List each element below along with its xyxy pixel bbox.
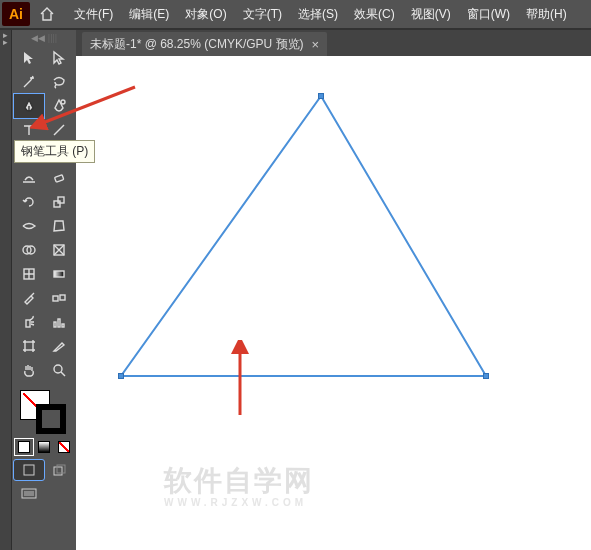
menu-file[interactable]: 文件(F) [66,0,121,28]
width-tool[interactable] [14,214,44,238]
dock-strip[interactable]: ▸▸ [0,30,12,550]
app-logo: Ai [2,2,30,26]
selection-tool[interactable] [14,46,44,70]
svg-rect-11 [60,295,65,300]
svg-marker-23 [121,96,486,376]
artboard-tool[interactable] [14,334,44,358]
draw-behind-icon[interactable] [44,460,74,480]
zoom-tool[interactable] [44,358,74,382]
svg-rect-15 [62,324,64,327]
annotation-arrow-to-pen [30,82,140,137]
scale-tool[interactable] [44,190,74,214]
rotate-tool[interactable] [14,190,44,214]
svg-rect-4 [58,197,64,203]
document-tabbar: 未标题-1* @ 68.25% (CMYK/GPU 预览) × [76,30,591,56]
free-transform-tool[interactable] [44,214,74,238]
annotation-arrow-to-base [220,340,260,420]
stroke-swatch[interactable] [36,404,66,434]
perspective-tool[interactable] [44,238,74,262]
menu-effect[interactable]: 效果(C) [346,0,403,28]
home-icon[interactable] [34,2,60,26]
color-mode-none[interactable] [54,438,74,456]
svg-rect-14 [58,319,60,327]
blend-tool[interactable] [44,286,74,310]
toolbox-grip[interactable]: ◀◀|||| [14,34,74,42]
fill-stroke-swatch[interactable] [14,388,74,434]
svg-rect-16 [25,342,33,350]
anchor-right[interactable] [483,373,489,379]
color-mode-solid[interactable] [14,438,34,456]
screen-mode-icon[interactable] [14,484,44,504]
draw-normal-icon[interactable] [14,460,44,480]
menu-object[interactable]: 对象(O) [177,0,234,28]
eyedropper-tool[interactable] [14,286,44,310]
shaper-tool[interactable] [14,166,44,190]
menu-help[interactable]: 帮助(H) [518,0,575,28]
color-mode-row [14,438,74,456]
svg-rect-20 [57,465,65,473]
slice-tool[interactable] [44,334,74,358]
hand-tool[interactable] [14,358,44,382]
svg-point-17 [54,365,62,373]
eraser-tool[interactable] [44,166,74,190]
mesh-tool[interactable] [14,262,44,286]
menubar: Ai 文件(F) 编辑(E) 对象(O) 文字(T) 选择(S) 效果(C) 视… [0,0,591,28]
svg-rect-22 [24,491,34,496]
close-icon[interactable]: × [312,37,320,52]
menu-items: 文件(F) 编辑(E) 对象(O) 文字(T) 选择(S) 效果(C) 视图(V… [66,0,575,28]
triangle-path[interactable] [121,96,521,416]
column-graph-tool[interactable] [44,310,74,334]
screen-mode-row [14,460,74,480]
svg-rect-12 [26,320,30,327]
menu-select[interactable]: 选择(S) [290,0,346,28]
menu-type[interactable]: 文字(T) [235,0,290,28]
menu-view[interactable]: 视图(V) [403,0,459,28]
menu-window[interactable]: 窗口(W) [459,0,518,28]
menu-edit[interactable]: 编辑(E) [121,0,177,28]
svg-rect-19 [54,467,62,475]
svg-rect-9 [54,271,64,277]
dock-collapse-icon: ▸▸ [3,32,8,550]
svg-rect-13 [54,322,56,327]
canvas[interactable]: 软件自学网 WWW.RJZXW.COM [76,56,591,550]
symbol-sprayer-tool[interactable] [14,310,44,334]
svg-rect-10 [53,296,58,301]
shape-builder-tool[interactable] [14,238,44,262]
document-tab-title: 未标题-1* @ 68.25% (CMYK/GPU 预览) [90,36,304,53]
anchor-top[interactable] [318,93,324,99]
watermark-url: WWW.RJZXW.COM [164,497,314,508]
document-tab[interactable]: 未标题-1* @ 68.25% (CMYK/GPU 预览) × [82,32,327,56]
svg-rect-3 [54,201,60,207]
direct-selection-tool[interactable] [44,46,74,70]
color-mode-gradient[interactable] [34,438,54,456]
svg-rect-2 [55,175,64,182]
screen-mode-row2 [14,484,74,504]
watermark-text: 软件自学网 [164,465,314,496]
svg-line-24 [40,87,135,124]
watermark: 软件自学网 WWW.RJZXW.COM [164,466,314,508]
gradient-tool[interactable] [44,262,74,286]
pen-tool-tooltip: 钢笔工具 (P) [14,140,95,163]
anchor-left[interactable] [118,373,124,379]
svg-rect-18 [24,465,34,475]
